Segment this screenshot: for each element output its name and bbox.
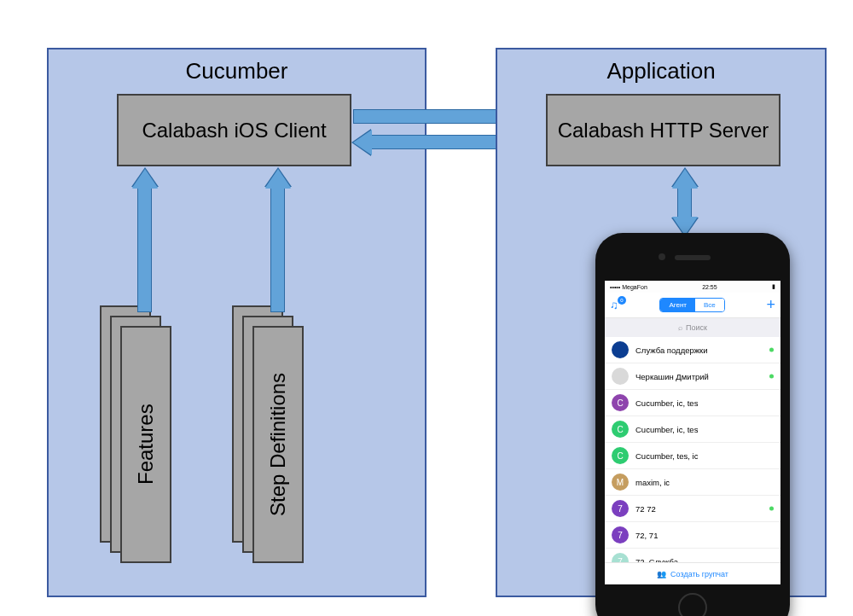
avatar: M: [612, 474, 629, 491]
contact-row[interactable]: Mmaxim, ic: [605, 469, 780, 496]
app-screen: ••••• MegaFon 22:55 ▮ ♫ 0 Агент Все + ⌕ …: [605, 281, 780, 584]
avatar: 7: [612, 500, 629, 517]
status-time: 22:55: [702, 284, 717, 290]
nav-bar: ♫ 0 Агент Все +: [605, 293, 780, 318]
notifications-icon[interactable]: ♫ 0: [610, 299, 618, 311]
segmented-control[interactable]: Агент Все: [659, 298, 724, 312]
iphone-device: ••••• MegaFon 22:55 ▮ ♫ 0 Агент Все + ⌕ …: [595, 233, 790, 616]
create-group-button[interactable]: 👥 Создать групчат: [605, 562, 780, 584]
search-icon: ⌕: [678, 323, 682, 332]
cucumber-panel-title: Cucumber: [49, 58, 425, 84]
group-icon: 👥: [657, 570, 666, 578]
contact-name: Черкашин Дмитрий: [635, 372, 709, 381]
features-label: Features: [120, 326, 171, 563]
avatar: [612, 341, 629, 358]
segment-all[interactable]: Все: [695, 299, 724, 311]
arrow-steps-to-client: [270, 186, 285, 312]
avatar: C: [612, 394, 629, 411]
calabash-server-box: Calabash HTTP Server: [546, 94, 780, 166]
contact-row[interactable]: CCucumber, tes, ic: [605, 443, 780, 469]
arrow-server-to-app: [677, 186, 692, 218]
calabash-server-label: Calabash HTTP Server: [558, 119, 769, 142]
online-indicator: [769, 348, 774, 352]
home-button[interactable]: [678, 593, 707, 616]
contact-row[interactable]: 772, 71: [605, 522, 780, 549]
contact-row[interactable]: CCucumber, ic, tes: [605, 416, 780, 443]
contact-name: Cucumber, ic, tes: [635, 425, 698, 434]
notifications-badge: 0: [618, 296, 626, 305]
arrow-features-to-client: [137, 186, 152, 312]
avatar: 7: [612, 526, 629, 543]
contact-name: Cucumber, ic, tes: [635, 398, 698, 408]
avatar: C: [612, 421, 629, 438]
online-indicator: [769, 375, 774, 379]
status-bar: ••••• MegaFon 22:55 ▮: [605, 281, 780, 293]
contact-row[interactable]: 772 72: [605, 496, 780, 522]
application-panel: Application Calabash HTTP Server ••••• M…: [496, 48, 827, 597]
create-group-label: Создать групчат: [670, 570, 728, 578]
step-definitions-label: Step Definitions: [252, 326, 304, 563]
contact-name: 72 72: [635, 504, 656, 514]
status-carrier: ••••• MegaFon: [610, 284, 647, 290]
calabash-client-label: Calabash iOS Client: [142, 119, 326, 142]
contact-row[interactable]: CCucumber, ic, tes: [605, 390, 780, 416]
segment-agent[interactable]: Агент: [660, 299, 695, 311]
contact-name: Служба поддержки: [635, 346, 708, 355]
application-panel-title: Application: [497, 58, 825, 84]
status-battery-icon: ▮: [772, 283, 775, 290]
contact-name: 72, 71: [635, 531, 658, 540]
avatar: [612, 368, 629, 385]
online-indicator: [769, 507, 774, 511]
contacts-list: Служба поддержкиЧеркашин ДмитрийCCucumbe…: [605, 337, 780, 575]
search-bar[interactable]: ⌕ Поиск: [605, 318, 780, 337]
contact-row[interactable]: Черкашин Дмитрий: [605, 363, 780, 390]
avatar: C: [612, 447, 629, 464]
calabash-client-box: Calabash iOS Client: [117, 94, 351, 166]
contact-row[interactable]: Служба поддержки: [605, 337, 780, 363]
search-placeholder: Поиск: [686, 323, 707, 332]
contact-name: maxim, ic: [635, 478, 670, 487]
add-icon[interactable]: +: [766, 296, 775, 314]
contact-name: Cucumber, tes, ic: [635, 451, 698, 461]
